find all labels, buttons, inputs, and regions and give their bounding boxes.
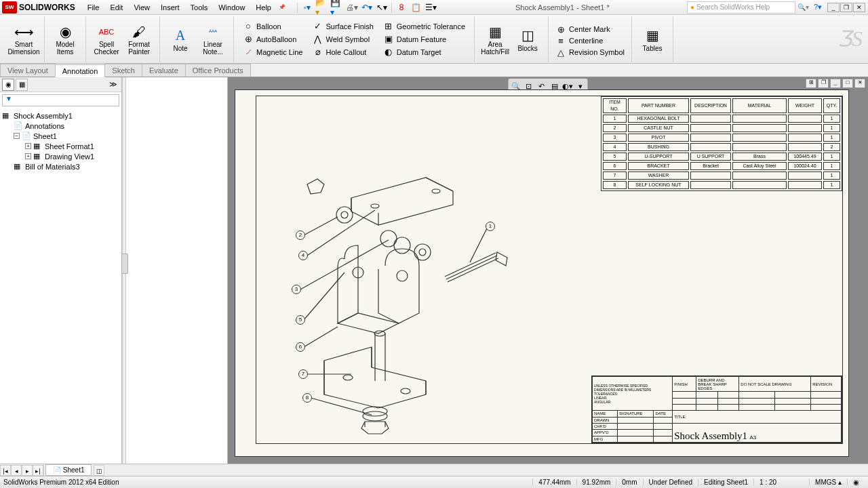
menu-view[interactable]: View: [128, 1, 155, 14]
status-scale[interactable]: 1 : 20: [753, 479, 782, 486]
bom-cell[interactable]: SELF LOCKING NUT: [628, 181, 689, 189]
tab-sketch[interactable]: Sketch: [104, 64, 142, 77]
window-close[interactable]: ✕: [853, 3, 865, 12]
bom-cell[interactable]: 6: [603, 162, 627, 170]
bom-cell[interactable]: 8: [603, 181, 627, 189]
bom-cell[interactable]: [690, 143, 731, 151]
bom-cell[interactable]: 2: [603, 124, 627, 132]
bom-row[interactable]: 7WASHER1: [603, 171, 840, 180]
bom-header[interactable]: ITEM NO.: [603, 98, 627, 113]
drawing-view[interactable]: 2 4 3 5 6 7 8 1: [270, 137, 541, 435]
bom-cell[interactable]: [788, 124, 822, 132]
balloon-6[interactable]: 6: [296, 342, 305, 352]
bom-cell[interactable]: 1: [823, 171, 840, 180]
help-icon[interactable]: ?▾: [814, 3, 822, 12]
bom-header[interactable]: MATERIAL: [732, 98, 787, 113]
title-block[interactable]: UNLESS OTHERWISE SPECIFIEDDIMENSIONS ARE…: [591, 375, 842, 443]
bom-row[interactable]: 1HEXAGONAL BOLT1: [603, 115, 840, 123]
help-search[interactable]: ●Search SolidWorks Help: [687, 1, 795, 14]
menu-window[interactable]: Window: [213, 1, 250, 14]
tree-item[interactable]: ▦Bill of Materials3: [2, 161, 119, 171]
model-items-button[interactable]: ◉Model Items: [49, 23, 81, 56]
revision-symbol-button[interactable]: △Revision Symbol: [553, 47, 627, 58]
mdi-tile[interactable]: ⊞: [806, 79, 816, 88]
bom-cell[interactable]: 100024.40: [788, 162, 822, 170]
bom-cell[interactable]: 7: [603, 171, 627, 180]
qat-options[interactable]: 📋: [410, 1, 423, 14]
bom-cell[interactable]: BUSHING: [628, 143, 689, 151]
qat-settings[interactable]: ☰▾: [425, 1, 438, 14]
bom-cell[interactable]: 100445.49: [788, 152, 822, 161]
tree-expander[interactable]: +: [25, 153, 31, 159]
qat-print[interactable]: 🖨▾: [345, 1, 359, 14]
tree-expander[interactable]: +: [25, 143, 31, 149]
bom-cell[interactable]: 1: [823, 162, 840, 170]
menu-pin-icon[interactable]: 📌: [279, 4, 285, 10]
bom-row[interactable]: 6BRACKETBracketCast Alloy Steel100024.40…: [603, 162, 840, 170]
blocks-button[interactable]: ◫Blocks: [511, 27, 544, 52]
bom-cell[interactable]: [732, 171, 787, 180]
bom-cell[interactable]: Cast Alloy Steel: [732, 162, 787, 170]
window-minimize[interactable]: _: [827, 3, 840, 12]
balloon-3[interactable]: 3: [292, 285, 301, 294]
splitter-handle[interactable]: [121, 253, 128, 274]
bom-cell[interactable]: [788, 171, 822, 180]
bom-table[interactable]: ITEM NO.PART NUMBERDESCRIPTIONMATERIALWE…: [601, 96, 842, 191]
sheet-add[interactable]: ◫: [94, 465, 104, 476]
tree-item[interactable]: −📄Sheet1: [2, 131, 119, 141]
menu-insert[interactable]: Insert: [155, 1, 185, 14]
qat-open[interactable]: 📂▾: [315, 1, 329, 14]
bom-cell[interactable]: [788, 134, 822, 142]
bom-cell[interactable]: [788, 115, 822, 123]
magnetic-line-button[interactable]: ⟋Magnetic Line: [240, 46, 306, 58]
linear-note-button[interactable]: ᴬᴬᴬLinear Note...: [197, 23, 229, 56]
bom-cell[interactable]: 5: [603, 152, 627, 161]
menu-tools[interactable]: Tools: [185, 1, 214, 14]
balloon-button[interactable]: ○Balloon: [240, 20, 306, 32]
menu-file[interactable]: File: [82, 1, 105, 14]
bom-row[interactable]: 4BUSHING2: [603, 143, 840, 151]
sheet-first[interactable]: |◂: [0, 465, 11, 476]
bom-cell[interactable]: [732, 143, 787, 151]
bom-cell[interactable]: U-SUPPORT: [628, 152, 689, 161]
tree-root[interactable]: ▦Shock Assembly1: [2, 110, 119, 121]
balloon-5[interactable]: 5: [296, 315, 305, 325]
bom-row[interactable]: 2CASTLE NUT1: [603, 124, 840, 132]
bom-cell[interactable]: Brass: [732, 152, 787, 161]
bom-cell[interactable]: [732, 115, 787, 123]
tree-item[interactable]: +▦Sheet Format1: [2, 141, 119, 151]
balloon-4[interactable]: 4: [298, 251, 308, 260]
bom-cell[interactable]: Bracket: [690, 162, 731, 170]
status-units[interactable]: MMGS ▴: [809, 479, 847, 486]
bom-row[interactable]: 8SELF LOCKING NUT1: [603, 181, 840, 189]
bom-cell[interactable]: [732, 134, 787, 142]
note-button[interactable]: ANote: [164, 27, 197, 52]
bom-cell[interactable]: [690, 171, 731, 180]
bom-cell[interactable]: 1: [823, 134, 840, 142]
bom-cell[interactable]: [690, 115, 731, 123]
bom-cell[interactable]: [690, 124, 731, 132]
geo-tolerance-button[interactable]: ⊞Geometric Tolerance: [380, 20, 468, 32]
mdi-max[interactable]: □: [842, 79, 853, 88]
qat-select[interactable]: ↖▾: [375, 1, 389, 14]
spell-checker-button[interactable]: ABCSpell Checker: [90, 23, 123, 56]
bom-cell[interactable]: WASHER: [628, 171, 689, 180]
vertical-splitter[interactable]: [122, 77, 126, 464]
sheet-tab-1[interactable]: 📄 Sheet1: [45, 464, 92, 476]
bom-header[interactable]: WEIGHT: [788, 98, 822, 113]
surface-finish-button[interactable]: ✓Surface Finish: [310, 20, 376, 32]
tab-office-products[interactable]: Office Products: [185, 64, 251, 77]
bom-cell[interactable]: [690, 181, 731, 189]
format-painter-button[interactable]: 🖌Format Painter: [123, 23, 155, 56]
balloon-7[interactable]: 7: [298, 369, 308, 379]
bom-cell[interactable]: 3: [603, 134, 627, 142]
search-go-icon[interactable]: 🔍▾: [797, 3, 809, 11]
weld-symbol-button[interactable]: ⋀Weld Symbol: [310, 33, 376, 45]
menu-help[interactable]: Help: [250, 1, 277, 14]
bom-cell[interactable]: 1: [823, 152, 840, 161]
menu-edit[interactable]: Edit: [104, 1, 128, 14]
center-mark-button[interactable]: ⊕Center Mark: [553, 24, 613, 35]
status-config[interactable]: ◉: [847, 479, 865, 486]
balloon-8[interactable]: 8: [302, 393, 312, 403]
bom-cell[interactable]: CASTLE NUT: [628, 124, 689, 132]
